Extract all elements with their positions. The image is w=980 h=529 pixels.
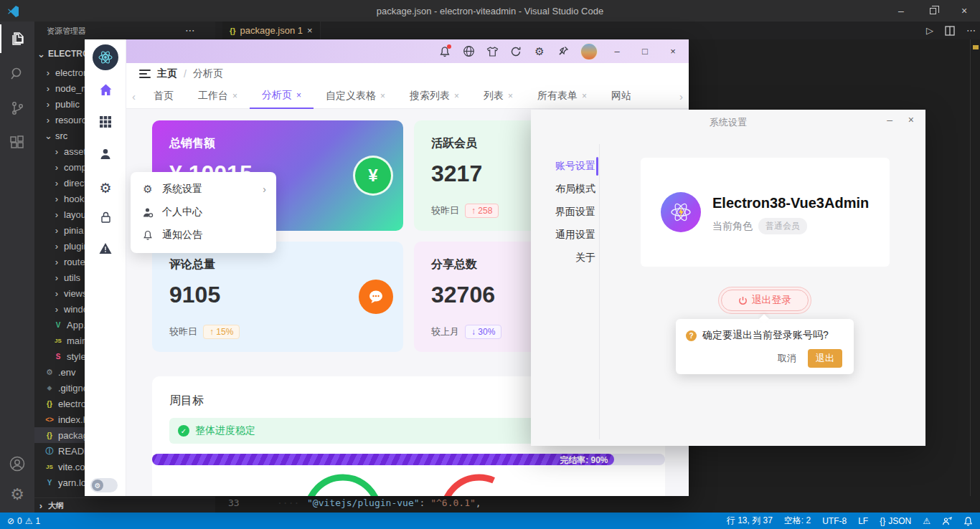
user-avatar[interactable] (580, 43, 598, 60)
notifications-bell-icon[interactable] (963, 516, 973, 526)
dialog-close-button[interactable]: × (908, 114, 914, 125)
app-maximize-button[interactable]: □ (636, 46, 654, 57)
language-toggle-icon[interactable] (462, 45, 475, 58)
vscode-close-button[interactable]: × (948, 0, 980, 22)
braces-icon: {} (880, 516, 885, 526)
gauge-red (443, 477, 515, 496)
context-menu-item-profile[interactable]: 个人中心 (131, 201, 276, 224)
app-close-button[interactable]: × (664, 46, 682, 57)
tab-close-icon[interactable]: × (232, 91, 237, 101)
statusbar-warning-icon[interactable]: ⚠ (923, 516, 930, 526)
editor-tab-package-json[interactable]: {} package.json 1 × (222, 22, 321, 39)
context-menu-item-announcements[interactable]: 通知公告 (131, 224, 276, 247)
search-icon[interactable] (0, 59, 34, 88)
outline-section[interactable]: › 大纲 (34, 497, 215, 513)
chevron-right-icon: › (53, 257, 60, 267)
minimap-warning-marker (973, 45, 979, 49)
vscode-restore-button[interactable] (917, 0, 948, 22)
app-minimize-button[interactable]: – (608, 46, 626, 57)
page-tab[interactable]: 列表× (471, 84, 525, 109)
sidebar-collapse-toggle[interactable]: ⚙ (90, 478, 118, 492)
problems-errors[interactable]: ⊘ 0 ⚠ 1 (7, 516, 40, 526)
vue-file-icon: V (53, 321, 63, 329)
app-settings-gear-icon[interactable]: ⚙ (533, 45, 546, 58)
settings-gear-icon[interactable]: ⚙ (0, 480, 34, 509)
tab-close-icon[interactable]: × (380, 91, 385, 101)
run-button[interactable]: ▷ (926, 25, 933, 36)
breadcrumb: 主页 / 分析页 (126, 63, 689, 84)
tab-close-icon[interactable]: × (454, 91, 459, 101)
delta-badge: ↓ 30% (465, 325, 501, 339)
tabs-scroll-left-icon[interactable]: ‹ (126, 90, 141, 103)
tab-close-icon[interactable]: × (307, 25, 313, 36)
chevron-right-icon: › (53, 209, 60, 220)
chevron-right-icon: › (53, 304, 60, 315)
settings-menu-about[interactable]: 关于 (545, 252, 595, 264)
explorer-more-icon[interactable]: ⋯ (185, 24, 195, 36)
card-title: 评论总量 (169, 257, 215, 272)
delta-badge: ↑ 258 (465, 204, 499, 218)
eol[interactable]: LF (858, 516, 868, 526)
page-tab[interactable]: 所有表单× (525, 84, 599, 109)
encoding[interactable]: UTF-8 (822, 516, 847, 526)
tab-close-icon[interactable]: × (296, 90, 301, 100)
atom-icon (97, 49, 114, 66)
vscode-activitybar: ⚙ (0, 22, 34, 513)
confirm-logout-button[interactable]: 退出 (808, 349, 842, 368)
breadcrumb-current: 分析页 (193, 67, 223, 80)
settings-menu-general[interactable]: 通用设置 (545, 229, 595, 242)
nav-user-icon[interactable] (85, 141, 126, 167)
refresh-icon[interactable] (509, 45, 522, 58)
card-total-comments: 评论总量 9105 较昨日 ↑ 15% (152, 242, 403, 352)
nav-warning-icon[interactable] (85, 235, 126, 261)
split-editor-icon[interactable] (945, 26, 955, 36)
page-tab[interactable]: 工作台× (186, 84, 250, 109)
nav-lock-icon[interactable] (85, 204, 126, 230)
cursor-position[interactable]: 行 13, 列 37 (727, 515, 773, 527)
editor-more-icon[interactable]: ⋯ (966, 25, 976, 36)
nav-home-icon[interactable] (85, 77, 126, 103)
notification-bell-icon[interactable] (438, 45, 451, 58)
check-icon: ✓ (178, 425, 189, 437)
page-tab[interactable]: 搜索列表× (397, 84, 471, 109)
page-tab[interactable]: 网站 (599, 84, 631, 109)
yarn-file-icon: Y (44, 479, 55, 487)
settings-menu-interface[interactable]: 界面设置 (545, 206, 595, 219)
settings-menu-account[interactable]: 账号设置 (545, 160, 595, 173)
tab-close-icon[interactable]: × (508, 91, 513, 101)
system-settings-dialog: 系统设置 – × 账号设置 布局模式 界面设置 通用设置 关于 Electron… (531, 110, 925, 446)
breadcrumb-separator: / (184, 68, 187, 80)
page-tab[interactable]: 自定义表格× (314, 84, 397, 109)
chevron-right-icon: › (37, 500, 44, 511)
feedback-icon[interactable] (942, 516, 952, 526)
account-icon[interactable] (0, 449, 34, 478)
cancel-button[interactable]: 取消 (778, 352, 796, 365)
context-menu-item-system-settings[interactable]: ⚙ 系统设置 › (131, 178, 276, 201)
tab-close-icon[interactable]: × (582, 91, 587, 101)
nav-settings-icon[interactable]: ⚙ (85, 175, 126, 201)
extensions-icon[interactable] (0, 128, 34, 157)
tabs-scroll-right-icon[interactable]: › (674, 90, 689, 103)
page-tab-active[interactable]: 分析页× (250, 84, 314, 109)
editor-code-area[interactable]: 33 ···· "@vitejs/plugin-vue": "^6.0.1", (215, 496, 980, 513)
collapse-menu-icon[interactable] (139, 69, 151, 79)
dialog-minimize-button[interactable]: – (887, 114, 892, 125)
page-tab-home[interactable]: 首页 (141, 84, 186, 109)
explorer-icon[interactable] (0, 24, 34, 53)
vscode-minimize-button[interactable]: – (885, 0, 917, 22)
pin-icon[interactable] (557, 45, 570, 58)
yen-icon: ¥ (353, 156, 393, 196)
source-control-icon[interactable] (0, 94, 34, 123)
indentation[interactable]: 空格: 2 (784, 515, 811, 527)
notification-badge (447, 44, 451, 49)
comment-bubble-icon (359, 280, 393, 314)
logout-button[interactable]: 退出登录 (721, 290, 809, 311)
toggle-knob-gear-icon: ⚙ (92, 480, 103, 491)
settings-menu-layout[interactable]: 布局模式 (545, 183, 595, 196)
bell-icon (142, 230, 154, 241)
language-mode[interactable]: {}JSON (880, 516, 911, 526)
page-tabbar: ‹ 首页 工作台× 分析页× 自定义表格× 搜索列表× 列表× 所有表单× 网站… (126, 84, 689, 109)
nav-grid-icon[interactable] (85, 109, 126, 135)
theme-shirt-icon[interactable] (486, 45, 499, 58)
breadcrumb-home[interactable]: 主页 (157, 67, 177, 80)
